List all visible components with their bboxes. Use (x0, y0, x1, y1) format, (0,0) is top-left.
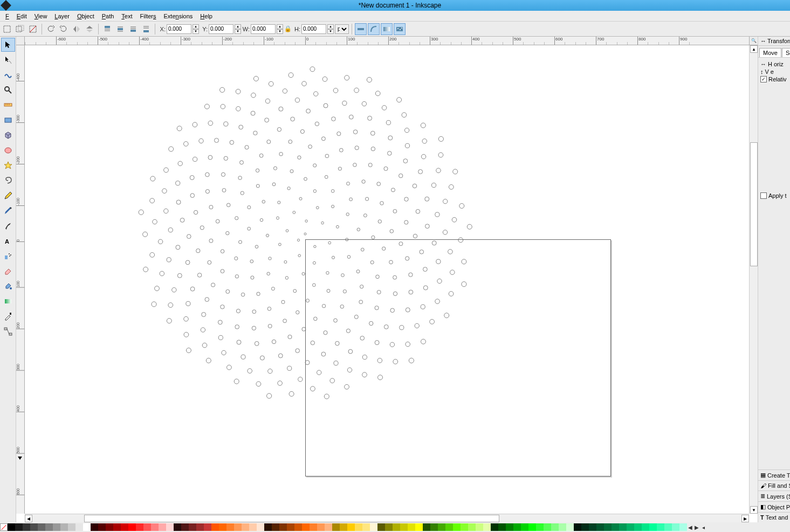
menu-filters[interactable]: Filters (137, 12, 160, 20)
swatch[interactable] (544, 523, 551, 531)
swatch[interactable] (347, 523, 355, 531)
swatch[interactable] (423, 523, 430, 531)
swatch[interactable] (589, 523, 596, 531)
swatch[interactable] (634, 523, 642, 531)
link-layers[interactable]: ≣Layers (S (758, 490, 790, 501)
bezier-tool-icon[interactable] (1, 204, 15, 218)
select-all-layers-icon[interactable] (14, 23, 26, 35)
swatch[interactable] (287, 523, 294, 531)
swatch[interactable] (128, 523, 136, 531)
swatch[interactable] (234, 523, 242, 531)
swatch[interactable] (679, 523, 687, 531)
swatch[interactable] (574, 523, 581, 531)
star-tool-icon[interactable] (1, 158, 15, 172)
swatch[interactable] (340, 523, 347, 531)
swatch[interactable] (498, 523, 506, 531)
swatch[interactable] (657, 523, 664, 531)
menu-extensions[interactable]: Extensions (160, 12, 196, 20)
swatch[interactable] (181, 523, 189, 531)
deselect-icon[interactable] (27, 23, 39, 35)
swatch[interactable] (581, 523, 589, 531)
swatch[interactable] (483, 523, 491, 531)
swatch[interactable] (121, 523, 128, 531)
swatch[interactable] (664, 523, 672, 531)
vertical-scrollbar[interactable]: ▲ ▼ (749, 45, 758, 514)
swatch[interactable] (491, 523, 498, 531)
swatch[interactable] (272, 523, 279, 531)
swatch[interactable] (279, 523, 287, 531)
swatch[interactable] (38, 523, 45, 531)
swatch[interactable] (461, 523, 468, 531)
swatch[interactable] (408, 523, 415, 531)
swatch[interactable] (649, 523, 657, 531)
swatch[interactable] (415, 523, 423, 531)
swatch[interactable] (513, 523, 521, 531)
text-tool-icon[interactable]: A (1, 234, 15, 248)
swatch[interactable] (566, 523, 574, 531)
swatch[interactable] (393, 523, 400, 531)
tab-scale[interactable]: Sc (782, 48, 790, 57)
swatch[interactable] (219, 523, 226, 531)
swatch[interactable] (536, 523, 544, 531)
swatch[interactable] (23, 523, 30, 531)
link-text-font[interactable]: TText and (758, 512, 790, 522)
swatch[interactable] (83, 523, 91, 531)
raise-icon[interactable] (114, 23, 126, 35)
swatch[interactable] (113, 523, 121, 531)
dropper-tool-icon[interactable] (1, 309, 15, 323)
swatch[interactable] (604, 523, 612, 531)
swatch[interactable] (528, 523, 536, 531)
unit-select[interactable]: px (335, 24, 349, 34)
canvas[interactable] (25, 45, 749, 514)
apply-checkbox[interactable] (760, 192, 767, 199)
swatch[interactable] (294, 523, 302, 531)
menu-layer[interactable]: Layer (51, 12, 73, 20)
swatch[interactable] (60, 523, 68, 531)
swatch[interactable] (45, 523, 53, 531)
swatch[interactable] (400, 523, 408, 531)
flip-v-icon[interactable] (84, 23, 95, 35)
vertical-ruler[interactable]: -400-300-200-1000100200300400500600 (16, 45, 25, 514)
h-spinner[interactable]: ▲▼ (327, 24, 334, 34)
tab-move[interactable]: Move (759, 48, 781, 57)
apply-row[interactable]: Apply t (760, 192, 788, 199)
swatch[interactable] (385, 523, 393, 531)
bucket-tool-icon[interactable] (1, 279, 15, 293)
palette-scroll-right[interactable]: ▶ (693, 524, 700, 530)
pencil-tool-icon[interactable] (1, 189, 15, 203)
zoom-corner-icon[interactable]: 🔍 (749, 37, 758, 45)
horizontal-ruler[interactable]: -600-500-400-300-200-1000100200300400500… (25, 37, 749, 45)
swatch[interactable] (619, 523, 627, 531)
x-spinner[interactable]: ▲▼ (193, 24, 199, 34)
affect-gradient-icon[interactable] (381, 23, 393, 35)
w-input[interactable] (251, 24, 276, 34)
swatch[interactable] (596, 523, 604, 531)
swatch[interactable] (672, 523, 679, 531)
swatch[interactable] (302, 523, 310, 531)
swatch[interactable] (174, 523, 181, 531)
node-tool-icon[interactable] (1, 53, 15, 67)
eraser-tool-icon[interactable] (1, 264, 15, 278)
scroll-down-arrow[interactable]: ▼ (750, 506, 758, 514)
tweak-tool-icon[interactable] (1, 68, 15, 82)
swatch[interactable] (136, 523, 143, 531)
swatch[interactable] (211, 523, 219, 531)
swatch[interactable] (506, 523, 513, 531)
swatch[interactable] (468, 523, 476, 531)
rotate-cw-icon[interactable] (58, 23, 70, 35)
swatch[interactable] (325, 523, 332, 531)
lower-bottom-icon[interactable] (140, 23, 152, 35)
select-all-icon[interactable] (1, 23, 13, 35)
spiral-tool-icon[interactable] (1, 174, 15, 188)
swatch[interactable] (75, 523, 83, 531)
swatch[interactable] (226, 523, 234, 531)
swatch[interactable] (53, 523, 60, 531)
swatch[interactable] (310, 523, 317, 531)
menu-edit[interactable]: Edit (13, 12, 30, 20)
y-spinner[interactable]: ▲▼ (235, 24, 241, 34)
gradient-tool-icon[interactable] (1, 294, 15, 308)
swatch[interactable] (249, 523, 257, 531)
calligraphy-tool-icon[interactable] (1, 219, 15, 233)
lower-icon[interactable] (127, 23, 139, 35)
swatch[interactable] (370, 523, 377, 531)
